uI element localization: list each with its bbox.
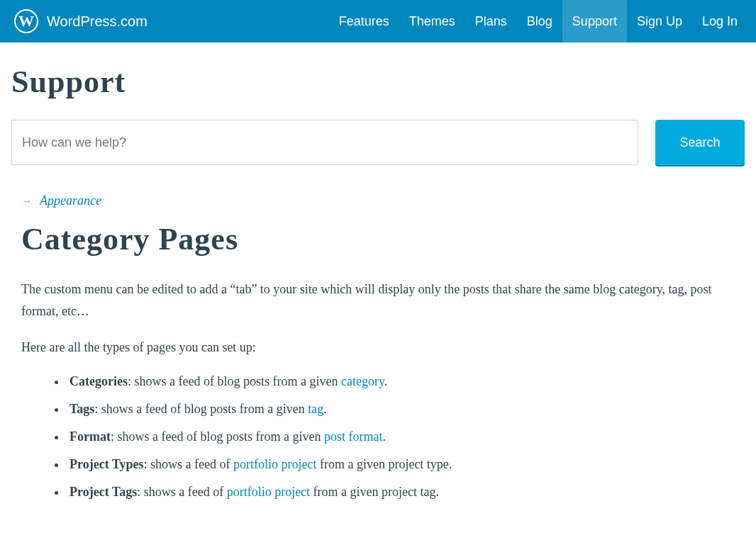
list-item: Tags: shows a feed of blog posts from a … bbox=[67, 400, 745, 419]
item-link[interactable]: portfolio project bbox=[227, 485, 310, 499]
item-link[interactable]: post format bbox=[324, 429, 383, 444]
nav-blog[interactable]: Blog bbox=[517, 0, 562, 43]
item-text-after: from a given project type. bbox=[316, 457, 452, 471]
item-label: Categories bbox=[70, 374, 128, 388]
list-item: Project Types: shows a feed of portfolio… bbox=[67, 455, 745, 474]
list-intro: Here are all the types of pages you can … bbox=[21, 340, 745, 355]
item-label: Tags bbox=[70, 402, 94, 416]
list-item: Categories: shows a feed of blog posts f… bbox=[67, 372, 745, 391]
item-text-before: : shows a feed of blog posts from a give… bbox=[128, 374, 341, 388]
nav-signup[interactable]: Sign Up bbox=[627, 0, 692, 43]
breadcrumb: → Appearance bbox=[21, 193, 745, 208]
item-text-before: : shows a feed of blog posts from a give… bbox=[111, 429, 324, 444]
item-label: Project Types bbox=[70, 457, 143, 471]
arrow-right-icon: → bbox=[21, 195, 33, 208]
search-button[interactable]: Search bbox=[655, 120, 745, 165]
breadcrumb-parent-link[interactable]: Appearance bbox=[40, 193, 101, 208]
list-item: Project Tags: shows a feed of portfolio … bbox=[67, 483, 745, 502]
nav-login[interactable]: Log In bbox=[692, 0, 747, 43]
item-text-before: : shows a feed of bbox=[143, 457, 233, 471]
nav-themes[interactable]: Themes bbox=[399, 0, 465, 43]
list-item: Format: shows a feed of blog posts from … bbox=[67, 427, 745, 446]
top-nav-bar: W WordPress.com Features Themes Plans Bl… bbox=[0, 0, 756, 43]
item-link[interactable]: category bbox=[341, 374, 384, 388]
item-label: Project Tags bbox=[70, 485, 137, 499]
item-text-after: from a given project tag. bbox=[310, 485, 439, 499]
main-nav: Features Themes Plans Blog Support Sign … bbox=[329, 0, 747, 43]
types-list: Categories: shows a feed of blog posts f… bbox=[67, 372, 745, 502]
item-text-after: . bbox=[384, 374, 388, 388]
nav-support[interactable]: Support bbox=[562, 0, 627, 43]
main-content: Support Search → Appearance Category Pag… bbox=[0, 43, 756, 539]
nav-features[interactable]: Features bbox=[329, 0, 399, 43]
search-input[interactable] bbox=[11, 120, 638, 165]
support-heading: Support bbox=[11, 64, 745, 100]
search-row: Search bbox=[11, 120, 745, 165]
item-link[interactable]: tag bbox=[308, 402, 323, 416]
item-text-before: : shows a feed of blog posts from a give… bbox=[94, 402, 308, 416]
site-logo[interactable]: W WordPress.com bbox=[14, 9, 148, 33]
wordpress-icon: W bbox=[14, 9, 38, 33]
item-text-after: . bbox=[382, 429, 386, 444]
intro-paragraph: The custom menu can be edited to add a “… bbox=[21, 279, 745, 322]
item-link[interactable]: portfolio project bbox=[233, 457, 316, 471]
nav-plans[interactable]: Plans bbox=[465, 0, 517, 43]
item-label: Format bbox=[70, 429, 111, 444]
item-text-before: : shows a feed of bbox=[137, 485, 226, 499]
site-name: WordPress.com bbox=[47, 13, 148, 30]
page-title: Category Pages bbox=[21, 221, 745, 257]
item-text-after: . bbox=[323, 402, 327, 416]
